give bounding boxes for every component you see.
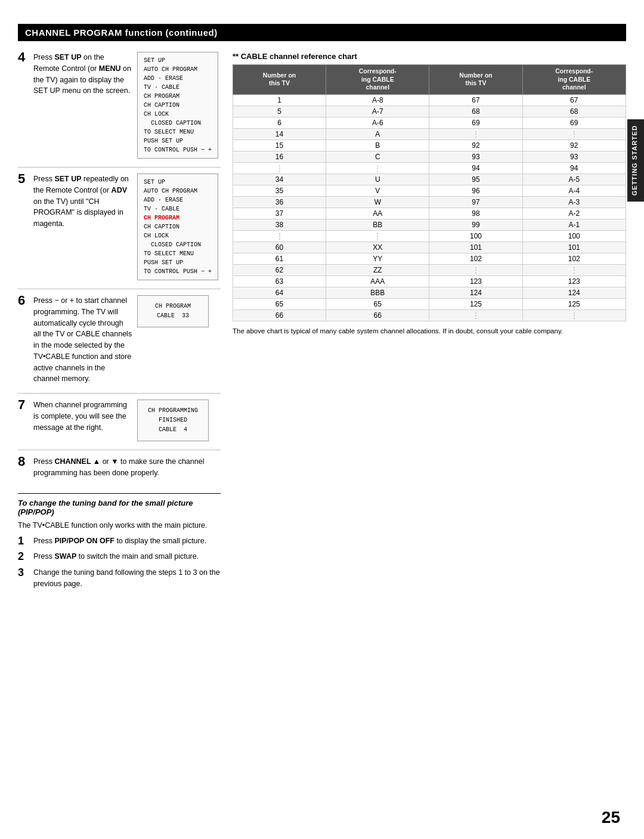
- table-cell: 102: [429, 253, 522, 264]
- table-cell: 66: [326, 309, 429, 321]
- table-cell: 68: [429, 106, 522, 117]
- table-row: 38BB99A-1: [233, 219, 626, 230]
- table-row: 6666⋮⋮: [233, 309, 626, 321]
- pip-section: To change the tuning band for the small …: [18, 493, 221, 590]
- table-cell: ⋮: [233, 162, 326, 174]
- table-cell: A-3: [522, 196, 626, 208]
- cable-chart-note: The above chart is typical of many cable…: [233, 326, 626, 336]
- pip-step-2-number: 2: [18, 551, 29, 562]
- table-cell: 92: [522, 140, 626, 151]
- table-cell: 37: [233, 208, 326, 219]
- col-header-tv2: Number onthis TV: [429, 65, 522, 95]
- table-cell: 35: [233, 185, 326, 196]
- page-header: CHANNEL PROGRAM function (continued): [18, 24, 626, 41]
- cable-chart-title: ** CABLE channel reference chart: [233, 52, 626, 61]
- table-cell: A-8: [326, 94, 429, 106]
- step-8-text: Press CHANNEL ▲ or ▼ to make sure the ch…: [33, 456, 221, 479]
- table-cell: 96: [429, 185, 522, 196]
- page-number: 25: [602, 808, 620, 827]
- step-7-body: When channel programming is complete, yo…: [33, 400, 221, 441]
- table-cell: ⋮: [429, 264, 522, 275]
- table-cell: 97: [429, 196, 522, 208]
- step-7-text: When channel programming is complete, yo…: [33, 400, 132, 433]
- table-cell: 62: [233, 264, 326, 275]
- table-cell: 100: [522, 230, 626, 242]
- step-6-number: 6: [18, 294, 33, 307]
- step-6-image: CH PROGRAM CABLE 33: [137, 295, 221, 327]
- pip-step-3: 3 Change the tuning band following the s…: [18, 567, 221, 590]
- table-cell: U: [326, 174, 429, 185]
- step-6: 6 Press − or + to start channel programm…: [18, 295, 221, 385]
- step-4-number: 4: [18, 51, 33, 64]
- step-8-number: 8: [18, 455, 33, 468]
- table-row: 15B9292: [233, 140, 626, 151]
- table-row: 61YY102102: [233, 253, 626, 264]
- table-cell: 92: [429, 140, 522, 151]
- table-row: ⋮⋮100100: [233, 230, 626, 242]
- table-cell: 38: [233, 219, 326, 230]
- pip-step-3-number: 3: [18, 567, 29, 578]
- table-cell: 125: [429, 298, 522, 309]
- table-cell: ⋮: [522, 309, 626, 321]
- table-cell: 93: [522, 151, 626, 162]
- table-cell: AA: [326, 208, 429, 219]
- table-row: 60XX101101: [233, 242, 626, 253]
- pip-step-1: 1 Press PIP/POP ON OFF to display the sm…: [18, 535, 221, 547]
- step-5-text: Press SET UP repeatedly on the Remote Co…: [33, 174, 132, 230]
- table-cell: 1: [233, 94, 326, 106]
- table-cell: A-6: [326, 117, 429, 128]
- table-cell: 65: [326, 298, 429, 309]
- table-cell: YY: [326, 253, 429, 264]
- table-row: 63AAA123123: [233, 275, 626, 287]
- table-cell: 123: [429, 275, 522, 287]
- pip-step-1-number: 1: [18, 535, 29, 546]
- main-content: 4 Press SET UP on the Remote Control (or…: [18, 52, 626, 595]
- table-cell: 64: [233, 287, 326, 298]
- table-cell: 94: [429, 162, 522, 174]
- col-header-tv1: Number onthis TV: [233, 65, 326, 95]
- pip-step-2-text: Press SWAP to switch the main and small …: [33, 551, 199, 562]
- table-cell: 67: [522, 94, 626, 106]
- table-cell: ⋮: [326, 230, 429, 242]
- cable-chart-table: Number onthis TV Correspond-ing CABLEcha…: [233, 64, 626, 321]
- table-cell: XX: [326, 242, 429, 253]
- table-cell: 123: [522, 275, 626, 287]
- table-row: ⋮⋮9494: [233, 162, 626, 174]
- table-cell: 69: [522, 117, 626, 128]
- table-cell: B: [326, 140, 429, 151]
- table-cell: A-2: [522, 208, 626, 219]
- step-5-number: 5: [18, 172, 33, 185]
- step-4-image: SET UP AUTO CH PROGRAM ADD · ERASE TV · …: [137, 52, 221, 159]
- cable-chart: ** CABLE channel reference chart Number …: [233, 52, 626, 336]
- table-row: 36W97A-3: [233, 196, 626, 208]
- table-cell: 5: [233, 106, 326, 117]
- divider-4-5: [18, 167, 221, 168]
- table-cell: ⋮: [326, 162, 429, 174]
- table-cell: A-1: [522, 219, 626, 230]
- table-cell: ⋮: [522, 264, 626, 275]
- table-cell: 94: [522, 162, 626, 174]
- col-header-cable1: Correspond-ing CABLEchannel: [326, 65, 429, 95]
- table-cell: AAA: [326, 275, 429, 287]
- step-4-body: Press SET UP on the Remote Control (or M…: [33, 52, 221, 159]
- table-cell: 67: [429, 94, 522, 106]
- step-6-text: Press − or + to start channel programmin…: [33, 295, 132, 385]
- table-row: 6A-66969: [233, 117, 626, 128]
- pip-step-2: 2 Press SWAP to switch the main and smal…: [18, 551, 221, 562]
- table-cell: 61: [233, 253, 326, 264]
- step-8-body: Press CHANNEL ▲ or ▼ to make sure the ch…: [33, 456, 221, 479]
- table-cell: 98: [429, 208, 522, 219]
- table-cell: 93: [429, 151, 522, 162]
- pip-step-1-text: Press PIP/POP ON OFF to display the smal…: [33, 535, 206, 547]
- table-cell: 125: [522, 298, 626, 309]
- pip-title: To change the tuning band for the small …: [18, 493, 221, 516]
- step-7-number: 7: [18, 398, 33, 411]
- table-row: 16C9393: [233, 151, 626, 162]
- table-cell: 69: [429, 117, 522, 128]
- step-5-body: Press SET UP repeatedly on the Remote Co…: [33, 174, 221, 280]
- table-cell: 63: [233, 275, 326, 287]
- table-row: 5A-76868: [233, 106, 626, 117]
- table-cell: 100: [429, 230, 522, 242]
- table-row: 1A-86767: [233, 94, 626, 106]
- col-header-cable2: Correspond-ing CABLEchannel: [522, 65, 626, 95]
